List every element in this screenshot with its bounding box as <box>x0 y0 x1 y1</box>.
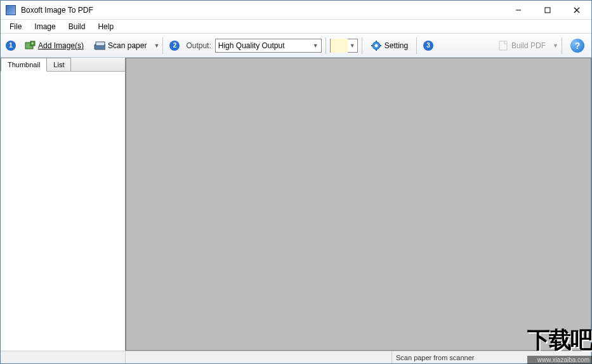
build-pdf-label: Build PDF <box>511 41 546 50</box>
scan-paper-label: Scan paper <box>108 41 147 50</box>
tab-list[interactable]: List <box>46 58 71 71</box>
close-button[interactable] <box>562 1 591 20</box>
window-title: Boxoft Image To PDF <box>21 6 504 15</box>
pdf-icon <box>497 40 509 51</box>
setting-label: Setting <box>385 41 408 50</box>
left-panel: Thumbnail List <box>1 58 126 351</box>
separator <box>362 37 362 54</box>
help-button[interactable]: ? <box>566 36 589 56</box>
svg-point-10 <box>374 44 378 47</box>
svg-rect-1 <box>545 8 550 13</box>
build-pdf-button[interactable]: Build PDF <box>493 37 550 55</box>
gear-icon <box>371 40 382 51</box>
output-select[interactable]: High Quality Output ▼ <box>215 39 322 53</box>
help-icon: ? <box>570 39 584 53</box>
output-label: Output: <box>186 41 211 50</box>
scan-paper-dropdown[interactable]: ▼ <box>152 40 159 51</box>
title-bar: Boxoft Image To PDF <box>1 1 591 20</box>
preview-area <box>126 58 591 351</box>
toolbar: 1 + Add Image(s) Scan paper ▼ 2 Output: … <box>1 34 591 58</box>
separator <box>162 37 163 54</box>
scan-paper-button[interactable]: Scan paper <box>89 37 151 55</box>
tab-thumbnail[interactable]: Thumbnail <box>1 58 47 72</box>
status-hint: Scan paper from scanner <box>392 351 591 363</box>
separator <box>562 37 562 54</box>
svg-rect-15 <box>499 41 507 50</box>
menu-file[interactable]: File <box>3 21 28 32</box>
page-color-picker[interactable]: ▼ <box>330 39 358 53</box>
status-mid <box>126 351 392 363</box>
menu-bar: File Image Build Help <box>1 20 591 34</box>
tab-list-label: List <box>53 61 64 68</box>
separator <box>326 37 326 54</box>
maximize-button[interactable] <box>533 1 562 20</box>
svg-rect-8 <box>96 42 105 46</box>
menu-build[interactable]: Build <box>62 21 92 32</box>
svg-text:+: + <box>31 41 34 46</box>
add-images-label: Add Image(s) <box>38 41 84 50</box>
setting-button[interactable]: Setting <box>366 37 412 55</box>
status-left <box>1 351 126 363</box>
step-1-badge: 1 <box>6 41 16 51</box>
build-pdf-dropdown[interactable]: ▼ <box>551 40 558 51</box>
menu-help[interactable]: Help <box>91 21 120 32</box>
output-value: High Quality Output <box>218 41 313 50</box>
app-icon <box>6 5 16 15</box>
step-3-badge: 3 <box>423 41 433 51</box>
add-images-button[interactable]: + Add Image(s) <box>20 37 88 55</box>
status-bar: Scan paper from scanner <box>1 351 591 363</box>
main-area: Thumbnail List <box>1 58 591 351</box>
menu-image[interactable]: Image <box>28 21 62 32</box>
window-controls <box>504 1 591 20</box>
tab-strip: Thumbnail List <box>1 58 125 72</box>
thumbnail-list[interactable] <box>1 72 125 351</box>
scanner-icon <box>94 40 105 51</box>
tab-thumbnail-label: Thumbnail <box>8 61 40 68</box>
minimize-button[interactable] <box>504 1 533 20</box>
add-images-icon: + <box>24 40 36 51</box>
color-swatch <box>331 39 348 53</box>
separator <box>416 37 417 54</box>
step-2-badge: 2 <box>169 41 180 51</box>
